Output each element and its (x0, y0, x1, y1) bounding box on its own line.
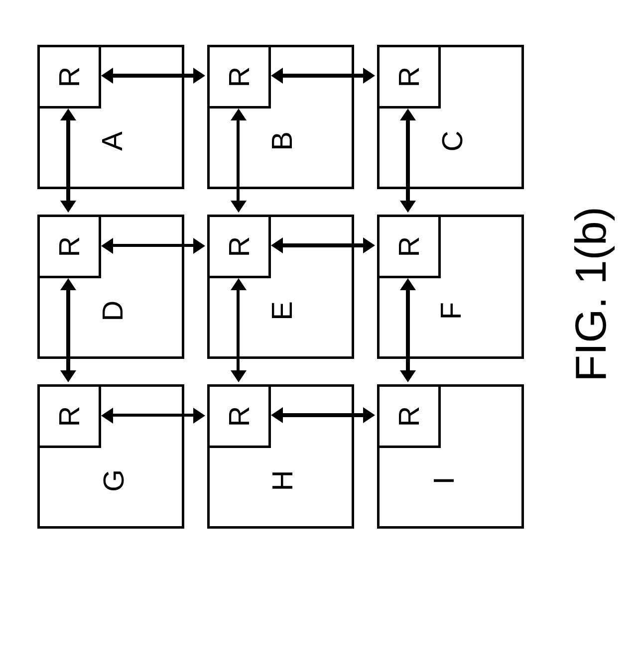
tile-label-C: C (435, 131, 469, 152)
tile-G: R G (37, 384, 184, 529)
router-H: R (207, 384, 271, 448)
router-A: R (37, 45, 101, 109)
tile-A: R A (37, 45, 184, 189)
router-label: R (52, 236, 86, 257)
link-A-D (66, 119, 70, 202)
router-I: R (377, 384, 441, 448)
router-G: R (37, 384, 101, 448)
router-F: R (377, 215, 441, 278)
link-B-E (237, 119, 240, 202)
link-D-G (66, 289, 70, 371)
figure-caption: FIG. 1(b) (565, 195, 616, 394)
router-label: R (392, 66, 425, 87)
link-A-B (112, 74, 194, 78)
tile-label-B: B (265, 131, 298, 151)
link-C-F (406, 119, 410, 202)
router-label: R (222, 406, 256, 427)
link-G-H (112, 414, 194, 417)
tile-E: R E (207, 215, 354, 359)
router-C: R (377, 45, 441, 109)
tile-label-H: H (265, 470, 299, 491)
router-label: R (392, 406, 425, 427)
router-label: R (52, 66, 86, 87)
tile-label-G: G (97, 469, 130, 492)
figure-stage: R A R B R C R D R E R F R (0, 0, 641, 672)
link-D-E (112, 244, 194, 247)
tile-D: R D (37, 215, 184, 359)
router-B: R (207, 45, 271, 109)
link-E-H (237, 289, 240, 371)
tile-label-E: E (265, 301, 298, 321)
tile-label-A: A (95, 131, 128, 151)
link-H-I (282, 413, 364, 417)
tile-C: R C (377, 45, 524, 189)
link-E-F (282, 243, 364, 247)
tile-label-I: I (427, 476, 460, 484)
tile-label-F: F (434, 302, 467, 320)
link-B-C (282, 74, 364, 78)
router-label: R (52, 406, 86, 427)
tile-I: R I (377, 384, 524, 529)
tile-B: R B (207, 45, 354, 189)
link-F-I (406, 289, 410, 371)
tile-label-D: D (96, 301, 129, 322)
router-D: R (37, 215, 101, 278)
router-E: R (207, 215, 271, 278)
router-label: R (222, 66, 256, 87)
router-label: R (392, 236, 425, 257)
tile-F: R F (377, 215, 524, 359)
router-label: R (222, 236, 256, 257)
tile-H: R H (207, 384, 354, 529)
